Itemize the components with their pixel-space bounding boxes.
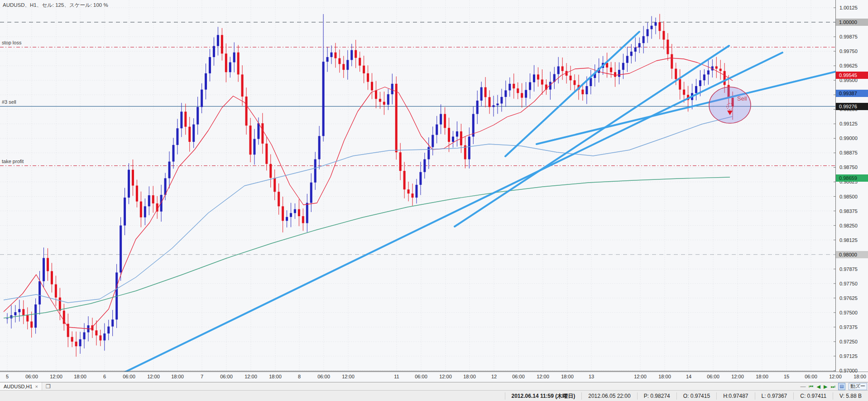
price-tick: 0.97625 (839, 295, 858, 301)
chart-canvas[interactable]: Sell AUDUSD、H1、セル: 125、スケール: 100 % stop … (0, 0, 868, 372)
candles-layer (6, 14, 734, 357)
time-tick: 12:00 (533, 374, 553, 379)
time-tick: 06:00 (314, 374, 334, 379)
time-tick: 12:00 (728, 374, 748, 379)
time-tick: 6 (95, 374, 115, 379)
status-bar: 2012.06.14 11:59 (木曜日) 2012.06.05 22:00 … (0, 390, 868, 401)
go-last-icon[interactable]: ⏭ (830, 384, 835, 390)
price-tag-1.00000: 1.00000 (836, 19, 868, 26)
tab-close-icon[interactable]: × (35, 384, 38, 389)
price-tick: 0.97875 (839, 266, 858, 272)
mt-terminal-window: Sell AUDUSD、H1、セル: 125、スケール: 100 % stop … (0, 0, 868, 401)
price-tick: 0.97000 (839, 368, 858, 373)
price-tag-0.98659: 0.98659 (836, 174, 868, 182)
ma-fast-red (4, 58, 733, 329)
go-first-icon[interactable]: ⏮ (809, 384, 814, 390)
price-tick: 0.97375 (839, 324, 858, 330)
time-tick: 8 (289, 374, 309, 379)
price-tick: 0.98500 (839, 194, 858, 199)
time-tick: 12 (484, 374, 504, 379)
time-tick: 18:00 (265, 374, 285, 379)
chart-plot-svg[interactable]: Sell (0, 0, 835, 372)
status-open: O: 0.97415 (676, 392, 716, 400)
ma-layer (4, 116, 733, 303)
ma-medium-blue (4, 116, 733, 303)
price-tick: 1.00125 (839, 5, 858, 10)
status-low: L: 0.97367 (755, 392, 794, 400)
price-tag-0.99387: 0.99387 (836, 90, 868, 97)
time-tick: 18:00 (850, 374, 868, 379)
time-tick: 12:00 (144, 374, 163, 379)
time-tick: 06:00 (508, 374, 528, 379)
trendline-1[interactable] (123, 53, 782, 372)
time-tick: 14 (679, 374, 699, 379)
time-tick: 11 (387, 374, 407, 379)
go-prev-icon[interactable]: ◀ (816, 384, 820, 390)
auto-zoom-label[interactable]: 動ズー (849, 383, 867, 390)
price-axis[interactable]: 1.001251.000000.998750.997500.996250.995… (835, 0, 868, 372)
price-tick: 0.97750 (839, 281, 858, 286)
price-tick: 0.98750 (839, 164, 858, 170)
tab-audusd-h1[interactable]: AUDUSD,H1 × (0, 382, 42, 391)
price-tag-0.99276: 0.99276 (836, 103, 868, 110)
time-tick: 06:00 (411, 374, 431, 379)
time-tick: 12:00 (338, 374, 358, 379)
chart-tab-bar: AUDUSD,H1 × ❐ — ⏮ ◀ ▶ ⏭ ▤ 動ズー (0, 382, 868, 391)
price-tick: 0.97125 (839, 353, 858, 359)
chart-nav-group: — ⏮ ◀ ▶ ⏭ ▤ 動ズー (801, 383, 868, 390)
status-candle-time: 2012.06.05 22:00 (581, 392, 637, 400)
time-tick: 5 (0, 374, 17, 379)
price-tick: 0.99625 (839, 63, 858, 68)
status-local-time: 2012.06.14 11:59 (木曜日) (505, 392, 582, 400)
price-tick: 0.99750 (839, 48, 858, 54)
time-tick: 7 (192, 374, 212, 379)
time-tick: 15 (777, 374, 796, 379)
go-next-icon[interactable]: ▶ (824, 384, 827, 390)
chart-title-overlay: AUDUSD、H1、セル: 125、スケール: 100 % (3, 2, 108, 9)
ma-slow-green (4, 177, 730, 318)
price-tick: 0.98375 (839, 208, 858, 214)
sell-circle[interactable] (709, 87, 751, 123)
price-tag-0.98000: 0.98000 (836, 251, 868, 258)
price-tick: 0.97250 (839, 339, 858, 344)
price-tick: 0.99875 (839, 34, 858, 39)
price-tick: 0.99125 (839, 121, 858, 126)
grid-layer (0, 0, 835, 372)
time-tick: 06:00 (22, 374, 42, 379)
time-tick: 06:00 (119, 374, 139, 379)
sell-annotation-label: Sell (737, 95, 747, 102)
trendline-4[interactable] (537, 65, 835, 144)
status-close: C: 0.97411 (793, 392, 833, 400)
restore-window-icon[interactable]: ❐ (46, 383, 51, 390)
trendline-3[interactable] (455, 46, 729, 227)
time-tick: 18:00 (168, 374, 187, 379)
time-tick: 12:00 (825, 374, 845, 379)
price-tag-0.99545: 0.99545 (836, 72, 868, 79)
time-tick: 13 (581, 374, 601, 379)
price-tick: 0.98125 (839, 237, 858, 243)
time-tick: 18:00 (460, 374, 480, 379)
minimized-window-dash[interactable]: — (801, 383, 806, 390)
ma-layer (4, 58, 733, 329)
level-label-sell-entry: #3 sell (2, 99, 16, 105)
ma-layer (4, 177, 730, 318)
level-label-take-profit: take profit (2, 159, 24, 164)
time-tick: 12:00 (241, 374, 261, 379)
price-tick: 0.97500 (839, 310, 858, 315)
cascade-windows-icon[interactable]: ▤ (838, 383, 845, 390)
price-tick: 0.98250 (839, 223, 858, 228)
time-tick: 12:00 (46, 374, 66, 379)
annotation-layer: Sell (709, 87, 751, 123)
price-tick: 0.98875 (839, 150, 858, 155)
time-axis[interactable]: 506:0012:0018:00606:0012:0018:00706:0012… (0, 372, 868, 382)
price-tick: 0.99000 (839, 135, 858, 141)
time-tick: 18:00 (752, 374, 772, 379)
time-tick: 12:00 (436, 374, 456, 379)
time-tick: 06:00 (216, 374, 236, 379)
time-tick: 06:00 (703, 374, 723, 379)
time-tick: 18:00 (70, 374, 90, 379)
status-price: P: 0.98274 (637, 392, 676, 400)
level-label-stop-loss: stop loss (2, 40, 21, 45)
status-volume: V: 5.88 B (833, 392, 868, 400)
time-tick: 18:00 (557, 374, 577, 379)
